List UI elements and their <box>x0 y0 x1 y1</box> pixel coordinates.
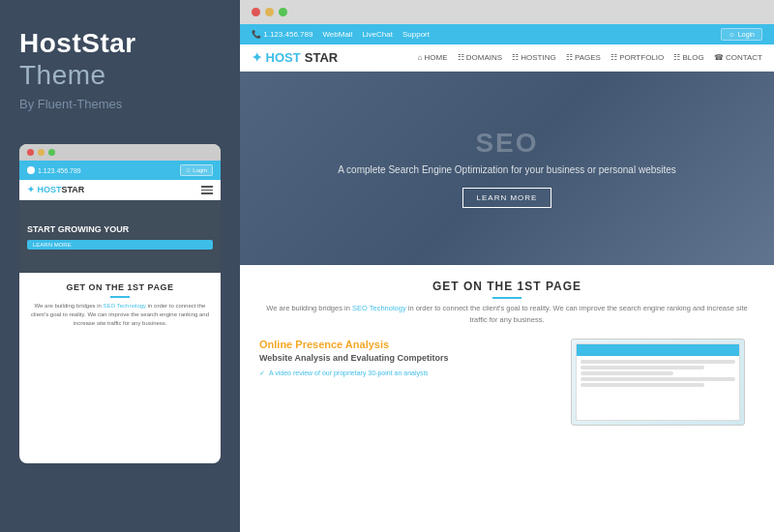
mobile-header-bar: 1.123.456.789 ☺ Login <box>19 161 221 180</box>
seo-link[interactable]: SEO Technology <box>352 304 406 312</box>
content-main-heading: GET ON THE 1ST PAGE <box>259 280 755 293</box>
hero-learn-more-btn[interactable]: LEARN MORE <box>462 188 552 208</box>
screenshot-line <box>580 377 735 381</box>
site-login-btn[interactable]: ☺ Login <box>721 28 762 41</box>
dot-red <box>27 149 34 156</box>
site-support[interactable]: Support <box>402 30 430 39</box>
nav-contact[interactable]: ☎ CONTACT <box>714 53 762 62</box>
mobile-content: GET ON THE 1ST PAGE We are building brid… <box>19 273 221 338</box>
content-divider <box>492 297 521 299</box>
site-livechat[interactable]: LiveChat <box>362 30 393 39</box>
mobile-divider <box>110 296 130 298</box>
content-right <box>561 339 755 426</box>
content-list: A video review of our proprietary 30-poi… <box>259 368 547 379</box>
mobile-seo-link[interactable]: SEO Technology <box>103 303 146 309</box>
nav-portfolio[interactable]: ☷ PORTFOLIO <box>610 53 664 62</box>
left-panel: HostStar Theme By Fluent-Themes 1.123.45… <box>0 0 240 532</box>
mobile-learn-more[interactable]: LEARN MORE <box>27 240 213 250</box>
screenshot-line <box>580 366 704 369</box>
mobile-hero-text: START GROWING YOUR <box>27 224 213 236</box>
nav-domains[interactable]: ☷ DOMAINS <box>458 53 503 62</box>
list-item: A video review of our proprietary 30-poi… <box>259 368 547 379</box>
title-block: HostStar Theme By Fluent-Themes <box>19 29 221 111</box>
site-hero: SEO A complete Search Engine Optimizatio… <box>240 72 774 265</box>
screenshot-header <box>577 344 739 356</box>
screenshot-line <box>580 383 704 387</box>
site-top-right: ☺ Login <box>721 28 762 41</box>
phone-icon <box>27 166 35 174</box>
mobile-phone: 1.123.456.789 <box>27 166 81 174</box>
person-icon: ☺ <box>729 31 735 38</box>
screenshot-body <box>577 356 739 391</box>
site-logo: ✦ HOSTSTAR <box>252 50 338 65</box>
content-left: Online Presence Analysis Website Analysi… <box>259 339 547 426</box>
analysis-title: Online Presence Analysis <box>259 339 547 350</box>
site-top-bar: 📞 1.123.456.789 WebMail LiveChat Support… <box>240 24 774 44</box>
hero-main-text: SEO <box>338 130 676 157</box>
mobile-browser-bar <box>19 144 221 161</box>
content-subtext: We are building bridges in SEO Technolog… <box>259 303 755 326</box>
mobile-content-body: We are building bridges in SEO Technolog… <box>27 302 213 328</box>
browser-dot-red <box>252 8 260 16</box>
browser-chrome <box>240 0 774 24</box>
site-webmail[interactable]: WebMail <box>322 30 352 39</box>
dot-yellow <box>38 149 45 156</box>
app-title: HostStar Theme <box>19 29 221 91</box>
mobile-nav-bar: ✦ HOSTSTAR <box>19 180 221 200</box>
browser-dot-yellow <box>265 8 274 16</box>
site-nav-bar: ✦ HOSTSTAR ⌂ HOME ☷ DOMAINS ☷ HOSTING ☷ … <box>240 44 774 72</box>
site-content: GET ON THE 1ST PAGE We are building brid… <box>240 265 774 440</box>
theme-label: Theme <box>19 59 221 92</box>
by-line: By Fluent-Themes <box>19 97 221 111</box>
browser-dot-green <box>279 8 287 16</box>
hero-overlay: SEO A complete Search Engine Optimizatio… <box>338 130 676 208</box>
nav-home[interactable]: ⌂ HOME <box>417 53 447 62</box>
screenshot-line <box>580 371 673 375</box>
site-nav-links: ⌂ HOME ☷ DOMAINS ☷ HOSTING ☷ PAGES ☷ POR… <box>417 53 762 62</box>
mobile-logo: ✦ HOSTSTAR <box>27 185 84 194</box>
hamburger-menu[interactable] <box>201 186 213 194</box>
dot-green <box>48 149 55 156</box>
screenshot-line <box>580 360 735 364</box>
mobile-content-heading: GET ON THE 1ST PAGE <box>27 282 213 292</box>
site-phone: 📞 1.123.456.789 <box>252 30 313 39</box>
mobile-login-btn[interactable]: ☺ Login <box>180 164 214 176</box>
person-icon: ☺ <box>186 167 192 173</box>
mobile-hero: START GROWING YOUR LEARN MORE <box>19 200 221 273</box>
content-columns: Online Presence Analysis Website Analysi… <box>259 339 755 426</box>
site-top-left: 📞 1.123.456.789 WebMail LiveChat Support <box>252 30 430 39</box>
nav-blog[interactable]: ☷ BLOG <box>673 53 703 62</box>
screenshot-inner <box>576 343 740 421</box>
nav-pages[interactable]: ☷ PAGES <box>566 53 601 62</box>
right-panel: 📞 1.123.456.789 WebMail LiveChat Support… <box>240 0 774 532</box>
hero-sub-text: A complete Search Engine Optimization fo… <box>338 164 676 175</box>
desktop-preview: 📞 1.123.456.789 WebMail LiveChat Support… <box>240 24 774 532</box>
content-heading: GET ON THE 1ST PAGE We are building brid… <box>259 280 755 326</box>
screenshot-thumbnail <box>571 339 745 426</box>
mobile-preview: 1.123.456.789 ☺ Login ✦ HOSTSTAR START G… <box>19 144 221 463</box>
nav-hosting[interactable]: ☷ HOSTING <box>512 53 556 62</box>
analysis-subtitle: Website Analysis and Evaluating Competit… <box>259 353 547 363</box>
